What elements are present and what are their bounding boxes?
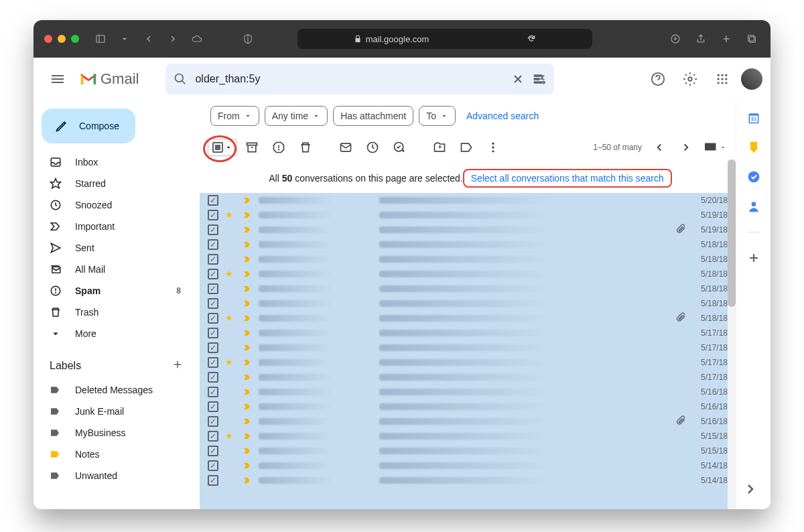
- chevron-down-icon[interactable]: [117, 31, 133, 47]
- forward-button[interactable]: [165, 31, 181, 47]
- add-label-button[interactable]: [172, 358, 184, 373]
- important-icon[interactable]: [243, 476, 252, 485]
- label-item-unwanted[interactable]: Unwanted: [34, 465, 194, 486]
- search-input[interactable]: [195, 73, 503, 85]
- clear-search-icon[interactable]: [511, 72, 525, 86]
- sidebar-toggle-icon[interactable]: [92, 31, 109, 47]
- star-icon[interactable]: ☆: [225, 372, 236, 382]
- important-icon[interactable]: [243, 299, 252, 308]
- email-row[interactable]: ★ 5/17/18: [200, 355, 736, 370]
- search-icon[interactable]: [174, 72, 187, 86]
- important-icon[interactable]: [243, 373, 252, 382]
- minimize-window-button[interactable]: [58, 35, 66, 43]
- compose-button[interactable]: Compose: [42, 109, 135, 143]
- important-icon[interactable]: [243, 431, 252, 441]
- select-all-matching-link[interactable]: Select all conversations that match this…: [468, 172, 667, 185]
- star-icon[interactable]: ☆: [225, 283, 236, 293]
- important-icon[interactable]: [243, 402, 252, 411]
- advanced-search-link[interactable]: Advanced search: [466, 111, 539, 121]
- labels-button[interactable]: [454, 135, 478, 159]
- maximize-window-button[interactable]: [71, 35, 79, 43]
- close-window-button[interactable]: [44, 35, 52, 43]
- email-row[interactable]: ☆ 5/16/18: [200, 399, 736, 414]
- email-row[interactable]: ★ 5/15/18: [200, 429, 736, 444]
- star-icon[interactable]: ☆: [225, 298, 236, 308]
- calendar-icon[interactable]: 31: [747, 111, 760, 125]
- email-row[interactable]: ☆ 5/16/18: [200, 385, 736, 399]
- important-icon[interactable]: [243, 240, 252, 249]
- label-item-notes[interactable]: Notes: [34, 444, 194, 465]
- star-icon[interactable]: ★: [225, 357, 236, 367]
- email-checkbox[interactable]: [208, 387, 218, 397]
- star-icon[interactable]: ★: [225, 210, 236, 220]
- email-checkbox[interactable]: [208, 357, 218, 368]
- keep-icon[interactable]: [747, 141, 760, 154]
- account-avatar[interactable]: [741, 68, 762, 90]
- mark-unread-button[interactable]: [334, 135, 358, 159]
- important-icon[interactable]: [243, 314, 252, 323]
- important-icon[interactable]: [243, 387, 252, 397]
- scrollbar[interactable]: [728, 159, 736, 509]
- important-icon[interactable]: [243, 461, 252, 470]
- important-icon[interactable]: [243, 284, 252, 293]
- email-checkbox[interactable]: [208, 239, 218, 250]
- email-checkbox[interactable]: [208, 313, 218, 324]
- star-icon[interactable]: ☆: [225, 475, 236, 485]
- star-icon[interactable]: ☆: [225, 401, 236, 411]
- email-row[interactable]: ☆ 5/16/18: [200, 414, 736, 429]
- star-icon[interactable]: ☆: [225, 328, 236, 338]
- email-row[interactable]: ☆ 5/14/18: [200, 473, 736, 488]
- chevron-down-icon[interactable]: [224, 143, 232, 151]
- important-icon[interactable]: [243, 328, 252, 338]
- star-icon[interactable]: ☆: [225, 224, 236, 235]
- email-checkbox[interactable]: [208, 298, 218, 309]
- sidebar-item-snoozed[interactable]: Snoozed: [34, 194, 194, 216]
- address-bar[interactable]: mail.google.com: [297, 29, 592, 49]
- tasks-icon[interactable]: [747, 170, 760, 184]
- add-task-button[interactable]: [387, 135, 411, 159]
- anytime-chip[interactable]: Any time: [265, 106, 328, 126]
- email-row[interactable]: ☆ 5/15/18: [200, 444, 736, 458]
- email-checkbox[interactable]: [208, 210, 218, 220]
- next-page-button[interactable]: [674, 135, 698, 159]
- email-checkbox[interactable]: [208, 224, 218, 235]
- main-menu-button[interactable]: [42, 63, 74, 95]
- star-icon[interactable]: ☆: [225, 195, 236, 205]
- label-item-mybusiness[interactable]: MyBusiness: [34, 422, 194, 444]
- important-icon[interactable]: [243, 196, 252, 205]
- important-icon[interactable]: [243, 343, 252, 352]
- to-chip[interactable]: To: [419, 106, 456, 126]
- important-icon[interactable]: [243, 358, 252, 367]
- star-icon[interactable]: ☆: [225, 446, 236, 456]
- email-list[interactable]: ☆ 5/20/18 ★ 5/19/18 ☆ 5/19/18 ☆ 5/18/18 …: [200, 193, 736, 509]
- email-row[interactable]: ☆ 5/20/18: [200, 193, 736, 208]
- email-row[interactable]: ☆ 5/18/18: [200, 237, 736, 252]
- sidebar-item-spam[interactable]: Spam8: [34, 280, 194, 302]
- back-button[interactable]: [141, 31, 157, 47]
- star-icon[interactable]: ☆: [225, 460, 236, 470]
- email-row[interactable]: ☆ 5/18/18: [200, 252, 736, 267]
- important-icon[interactable]: [243, 417, 252, 426]
- email-checkbox[interactable]: [208, 431, 218, 442]
- email-checkbox[interactable]: [208, 460, 218, 471]
- share-icon[interactable]: [693, 31, 709, 47]
- shield-icon[interactable]: [240, 31, 256, 47]
- star-icon[interactable]: ☆: [225, 239, 236, 249]
- star-icon[interactable]: ☆: [225, 254, 236, 264]
- star-icon[interactable]: ★: [225, 269, 236, 279]
- new-tab-icon[interactable]: [718, 31, 734, 47]
- email-row[interactable]: ☆ 5/18/18: [200, 296, 736, 311]
- sidebar-item-all-mail[interactable]: All Mail: [34, 259, 194, 280]
- search-box[interactable]: [165, 64, 554, 94]
- star-icon[interactable]: ☆: [225, 342, 236, 352]
- tabs-icon[interactable]: [744, 31, 760, 47]
- star-icon[interactable]: ☆: [225, 387, 236, 397]
- email-row[interactable]: ☆ 5/18/18: [200, 281, 736, 296]
- email-checkbox[interactable]: [208, 401, 218, 412]
- archive-button[interactable]: [240, 135, 264, 159]
- star-icon[interactable]: ★: [225, 431, 236, 441]
- email-row[interactable]: ★ 5/18/18: [200, 267, 736, 281]
- addons-icon[interactable]: [747, 251, 760, 265]
- settings-icon[interactable]: [677, 66, 704, 92]
- email-row[interactable]: ☆ 5/17/18: [200, 370, 736, 385]
